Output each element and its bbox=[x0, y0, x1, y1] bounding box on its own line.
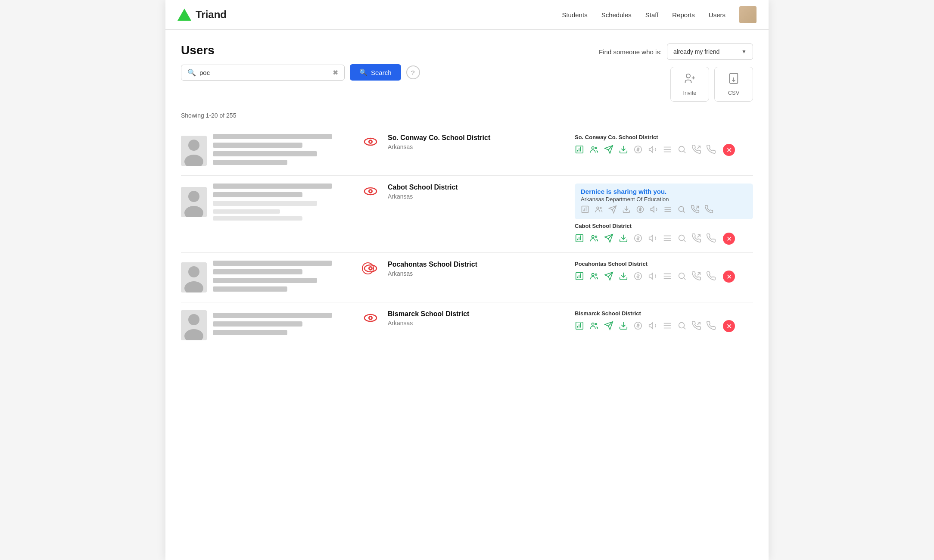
people-icon[interactable] bbox=[589, 145, 599, 156]
phone-in-disabled bbox=[691, 205, 700, 215]
dollar-icon[interactable] bbox=[633, 321, 643, 332]
org-state: Arkansas bbox=[388, 143, 566, 150]
search-icon[interactable] bbox=[677, 233, 687, 244]
people-icon[interactable] bbox=[589, 321, 599, 332]
friend-filter-dropdown[interactable]: already my friend ▼ bbox=[667, 44, 753, 60]
org-actions: Pocahontas School District bbox=[575, 261, 753, 283]
send-icon[interactable] bbox=[604, 233, 613, 244]
phone-incoming-icon[interactable] bbox=[692, 321, 701, 332]
download-icon[interactable] bbox=[619, 233, 628, 244]
invite-button[interactable]: Invite bbox=[670, 67, 709, 102]
megaphone-icon[interactable] bbox=[648, 271, 657, 282]
invite-label: Invite bbox=[683, 90, 696, 96]
phone-incoming-icon[interactable] bbox=[692, 233, 701, 244]
avatar bbox=[181, 136, 207, 166]
list-icon-disabled bbox=[663, 205, 672, 215]
nav-users[interactable]: Users bbox=[709, 11, 725, 19]
svg-point-18 bbox=[679, 146, 685, 152]
nav-reports[interactable]: Reports bbox=[672, 11, 695, 19]
search-icon[interactable] bbox=[677, 321, 687, 332]
phone-incoming-icon[interactable] bbox=[692, 145, 701, 156]
remove-button[interactable]: ✕ bbox=[723, 144, 735, 156]
download-icon[interactable] bbox=[619, 271, 628, 282]
megaphone-icon[interactable] bbox=[648, 321, 657, 332]
dollar-icon[interactable] bbox=[633, 271, 643, 282]
org-name: Pocahontas School District bbox=[388, 261, 566, 268]
phone-incoming-icon[interactable] bbox=[692, 271, 701, 282]
chart-icon[interactable] bbox=[575, 233, 584, 244]
list-icon[interactable] bbox=[663, 145, 672, 156]
avatar[interactable] bbox=[739, 6, 757, 23]
people-icon-disabled bbox=[595, 205, 603, 215]
eye-icon[interactable] bbox=[362, 261, 379, 273]
list-icon[interactable] bbox=[663, 233, 672, 244]
people-icon[interactable] bbox=[589, 233, 599, 244]
people-icon[interactable] bbox=[589, 271, 599, 282]
org-actions: So. Conway Co. School District bbox=[575, 134, 753, 156]
remove-button[interactable]: ✕ bbox=[723, 320, 735, 332]
user-text bbox=[213, 184, 362, 221]
svg-point-35 bbox=[679, 206, 684, 212]
chart-icon-disabled bbox=[581, 205, 589, 215]
chart-icon[interactable] bbox=[575, 321, 584, 332]
eye-icon[interactable] bbox=[362, 310, 379, 322]
megaphone-icon[interactable] bbox=[648, 145, 657, 156]
csv-label: CSV bbox=[728, 90, 740, 96]
send-icon[interactable] bbox=[604, 321, 613, 332]
search-button[interactable]: 🔍 Search bbox=[350, 64, 401, 81]
org-state: Arkansas bbox=[388, 320, 566, 327]
remove-button[interactable]: ✕ bbox=[723, 233, 735, 245]
list-icon[interactable] bbox=[663, 321, 672, 332]
svg-point-46 bbox=[679, 235, 685, 240]
svg-point-37 bbox=[592, 235, 595, 238]
svg-point-10 bbox=[595, 147, 597, 149]
org-state: Arkansas bbox=[388, 193, 566, 200]
svg-point-55 bbox=[595, 274, 597, 275]
send-icon[interactable] bbox=[604, 145, 613, 156]
svg-point-69 bbox=[370, 317, 371, 319]
search-icon[interactable] bbox=[677, 271, 687, 282]
send-icon[interactable] bbox=[604, 271, 613, 282]
remove-button[interactable]: ✕ bbox=[723, 271, 735, 283]
logo-triangle-icon bbox=[177, 9, 191, 21]
user-org: Pocahontas School District Arkansas bbox=[379, 261, 575, 277]
org-state: Arkansas bbox=[388, 270, 566, 277]
phone-icon[interactable] bbox=[707, 321, 716, 332]
svg-point-63 bbox=[679, 273, 685, 278]
megaphone-icon-disabled bbox=[650, 205, 658, 215]
user-text bbox=[213, 134, 362, 168]
search-input[interactable] bbox=[199, 69, 333, 76]
dollar-icon[interactable] bbox=[633, 233, 643, 244]
chart-icon[interactable] bbox=[575, 271, 584, 282]
eye-icon[interactable] bbox=[362, 184, 379, 196]
svg-point-7 bbox=[370, 141, 371, 143]
logo: Triand bbox=[177, 9, 227, 21]
search-icon: 🔍 bbox=[187, 68, 196, 77]
clear-search-button[interactable]: ✖ bbox=[333, 68, 338, 77]
nav-schedules[interactable]: Schedules bbox=[601, 11, 632, 19]
chart-icon[interactable] bbox=[575, 145, 584, 156]
eye-icon[interactable] bbox=[362, 134, 379, 147]
phone-icon[interactable] bbox=[707, 271, 716, 282]
csv-button[interactable]: CSV bbox=[714, 67, 753, 102]
search-icon[interactable] bbox=[677, 145, 687, 156]
phone-icon[interactable] bbox=[707, 233, 716, 244]
friend-filter-value: already my friend bbox=[673, 48, 719, 55]
nav-students[interactable]: Students bbox=[562, 11, 587, 19]
sharing-highlight: Dernice is sharing with you. Arkansas De… bbox=[575, 184, 753, 219]
phone-icon[interactable] bbox=[707, 145, 716, 156]
svg-point-38 bbox=[595, 236, 597, 237]
megaphone-icon[interactable] bbox=[648, 233, 657, 244]
list-icon[interactable] bbox=[663, 271, 672, 282]
help-button[interactable]: ? bbox=[406, 65, 420, 79]
download-icon[interactable] bbox=[619, 145, 628, 156]
search-btn-icon: 🔍 bbox=[359, 68, 367, 76]
download-icon[interactable] bbox=[619, 321, 628, 332]
dollar-icon[interactable] bbox=[633, 145, 643, 156]
nav-staff[interactable]: Staff bbox=[645, 11, 659, 19]
svg-point-72 bbox=[595, 323, 597, 325]
chevron-down-icon: ▼ bbox=[741, 49, 747, 55]
main-nav: Students Schedules Staff Reports Users bbox=[562, 6, 757, 23]
table-row: Pocahontas School District Arkansas Poca… bbox=[181, 253, 753, 302]
svg-point-27 bbox=[600, 207, 601, 208]
